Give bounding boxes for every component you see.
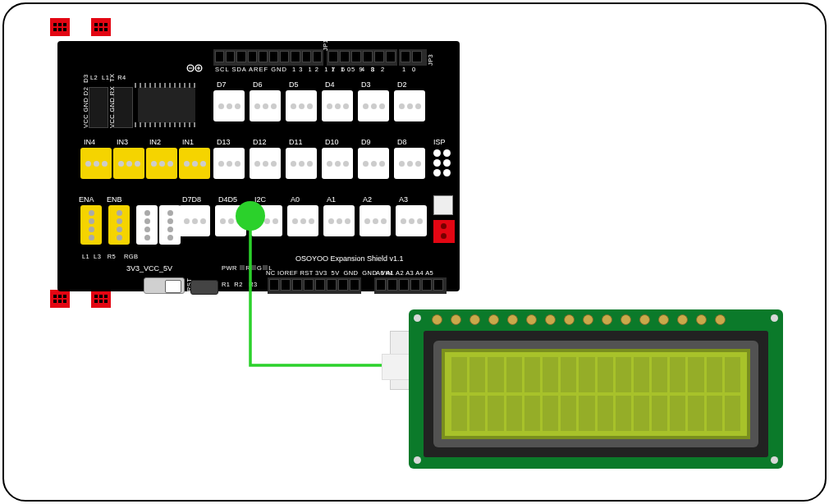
- conn-in3: [113, 148, 144, 179]
- conn-a2: [360, 205, 391, 236]
- conn-label-d5: D5: [289, 80, 299, 89]
- conn-label-d12: D12: [253, 138, 267, 146]
- arduino-logo-icon: [185, 62, 204, 74]
- conn-a1: [323, 205, 355, 236]
- conn-d11: [286, 148, 317, 179]
- lcd-row-2: [451, 396, 740, 431]
- conn-a3: [396, 205, 427, 236]
- conn-d3: [358, 90, 389, 121]
- voltage-switch[interactable]: [144, 277, 185, 294]
- left-header-upper: [89, 87, 108, 128]
- conn-label-in2: IN2: [149, 138, 161, 146]
- conn-label-d13: D13: [217, 138, 231, 146]
- jp3-label: JP3: [427, 54, 434, 66]
- lcd-module: [409, 309, 783, 469]
- conn-d8: [394, 148, 425, 179]
- conn-label-a3: A3: [399, 195, 408, 204]
- conn-label-enb: ENB: [107, 195, 122, 204]
- conn-d5: [286, 90, 317, 121]
- bottom-header-power: [268, 277, 361, 294]
- conn-label-in4: IN4: [84, 138, 95, 146]
- lcd-i2c-backpack-2: [382, 354, 410, 380]
- jp1-label: JP1: [322, 39, 329, 51]
- conn-label-d9: D9: [361, 138, 371, 146]
- conn-v0: [136, 205, 158, 245]
- conn-label-a1: A1: [327, 195, 336, 204]
- header2-pins-label: 7 6 5 4 3 2: [332, 66, 385, 73]
- power-pins-label: NC IOREF RST 3V3 5V GND GND VIN: [266, 269, 392, 277]
- conn-d9: [358, 148, 389, 179]
- conn-label-d7d8: D7D8: [182, 195, 201, 204]
- conn-in4: [80, 148, 112, 179]
- conn-in1: [179, 148, 210, 179]
- bottom-header-analog: [374, 277, 447, 294]
- conn-label-d2: D2: [397, 80, 407, 89]
- conn-label-d4d5: D4D5: [218, 195, 237, 204]
- conn-label-d6: D6: [253, 80, 263, 89]
- mcu-chip-icon: [138, 87, 195, 123]
- conn-label-d8: D8: [397, 138, 407, 146]
- conn-enb: [108, 205, 130, 245]
- pwr-label: PWR RGL: [222, 264, 273, 272]
- lcd-pin-row: [432, 314, 726, 325]
- header3-pins-label: 1 0: [402, 66, 416, 73]
- red-power-conn: [433, 220, 455, 243]
- side-upper-label: VCC GND D2 D3: [82, 74, 89, 128]
- conn-d13: [213, 148, 245, 179]
- left-header-lower: [113, 87, 133, 128]
- analog-pins-label: A0 A1 A2 A3 A4 A5: [376, 269, 433, 277]
- conn-d10: [322, 148, 353, 179]
- top-header-3: [399, 49, 427, 66]
- switch-label: 3V3_VCC_5V: [126, 264, 172, 273]
- conn-d7: [213, 90, 245, 121]
- board-name-label: OSOYOO Expansion Shield v1.1: [295, 254, 404, 263]
- conn-label-in3: IN3: [117, 138, 128, 146]
- side-lower-label: VCC GND RX TX: [108, 74, 116, 128]
- conn-d7d8: [179, 205, 210, 236]
- conn-label-in1: IN1: [182, 138, 194, 146]
- isp-header: [433, 149, 451, 177]
- conn-label-d7: D7: [217, 80, 227, 89]
- conn-label-d10: D10: [325, 138, 339, 146]
- conn-a0: [287, 205, 318, 236]
- expansion-shield-board: SCL SDA AREF GND 1 3 1 2 1 1 1 0 9 8 7 6…: [41, 25, 460, 296]
- top-header-1: [213, 49, 323, 66]
- pcb: SCL SDA AREF GND 1 3 1 2 1 1 1 0 9 8 7 6…: [57, 41, 460, 291]
- conn-label-d3: D3: [361, 80, 371, 89]
- isp-label: ISP: [433, 138, 446, 146]
- diagram-frame: SCL SDA AREF GND 1 3 1 2 1 1 1 0 9 8 7 6…: [2, 2, 827, 502]
- conn-label-a2: A2: [363, 195, 372, 204]
- top-header-2: [327, 49, 397, 66]
- conn-in2: [146, 148, 177, 179]
- conn-v1: [159, 205, 181, 245]
- lcd-row-1: [451, 357, 740, 392]
- reset-button[interactable]: [190, 280, 218, 295]
- conn-ena: [80, 205, 102, 245]
- conn-d4: [322, 90, 353, 121]
- led-bot-labels: L1 L3 R5 RGB: [82, 253, 138, 260]
- conn-d12: [250, 148, 281, 179]
- conn-label-d4: D4: [325, 80, 335, 89]
- lcd-screen: [442, 349, 750, 439]
- conn-label-d11: D11: [289, 138, 303, 146]
- conn-label-a0: A0: [291, 195, 300, 204]
- small-box-icon: [433, 195, 453, 215]
- wire-node-i2c: [236, 201, 265, 231]
- r-labels: R1 R2 R3: [222, 281, 258, 288]
- conn-d6: [250, 90, 281, 121]
- conn-d2: [394, 90, 425, 121]
- led-top-labels: L2 L1 R4: [90, 74, 126, 81]
- conn-label-ena: ENA: [79, 195, 94, 204]
